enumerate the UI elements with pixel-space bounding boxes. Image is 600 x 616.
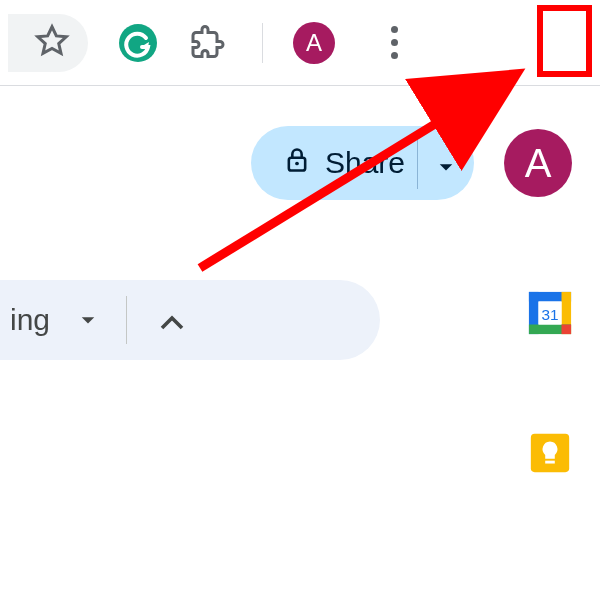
lock-icon — [283, 146, 311, 181]
svg-text:31: 31 — [541, 306, 558, 323]
svg-point-2 — [295, 161, 299, 165]
google-keep-icon[interactable] — [527, 430, 573, 480]
avatar-initial: A — [525, 141, 552, 186]
share-label: Share — [325, 146, 405, 180]
document-area: ing 31 — [0, 240, 600, 480]
app-header: Share A — [0, 85, 600, 240]
chrome-profile-avatar[interactable]: A — [293, 22, 335, 64]
mode-selector-pill: ing — [0, 280, 380, 360]
share-button[interactable]: Share — [251, 126, 474, 200]
google-account-avatar[interactable]: A — [504, 129, 572, 197]
share-dropdown-button[interactable] — [418, 126, 474, 200]
mode-selector[interactable]: ing — [0, 280, 126, 360]
bookmark-star-icon[interactable] — [34, 23, 70, 63]
share-button-main[interactable]: Share — [251, 126, 417, 200]
collapse-toolbar-button[interactable] — [127, 303, 217, 337]
annotation-highlight-box — [537, 5, 592, 77]
grammarly-extension-icon[interactable] — [118, 23, 158, 63]
extensions-puzzle-icon[interactable] — [188, 23, 228, 63]
svg-rect-12 — [545, 461, 555, 464]
caret-down-icon — [80, 310, 96, 331]
svg-rect-8 — [562, 325, 572, 335]
caret-down-icon — [437, 146, 455, 180]
more-vertical-icon — [391, 26, 398, 33]
avatar-initial: A — [306, 29, 322, 57]
side-panel: 31 — [500, 240, 600, 480]
document-main: ing — [0, 240, 500, 480]
google-calendar-icon[interactable]: 31 — [527, 290, 573, 340]
toolbar-separator — [262, 23, 263, 63]
url-bar-tail — [8, 14, 88, 72]
chevron-up-icon — [160, 303, 184, 337]
mode-label: ing — [0, 303, 50, 337]
browser-toolbar: A — [0, 0, 600, 85]
chrome-menu-button[interactable] — [375, 24, 413, 62]
